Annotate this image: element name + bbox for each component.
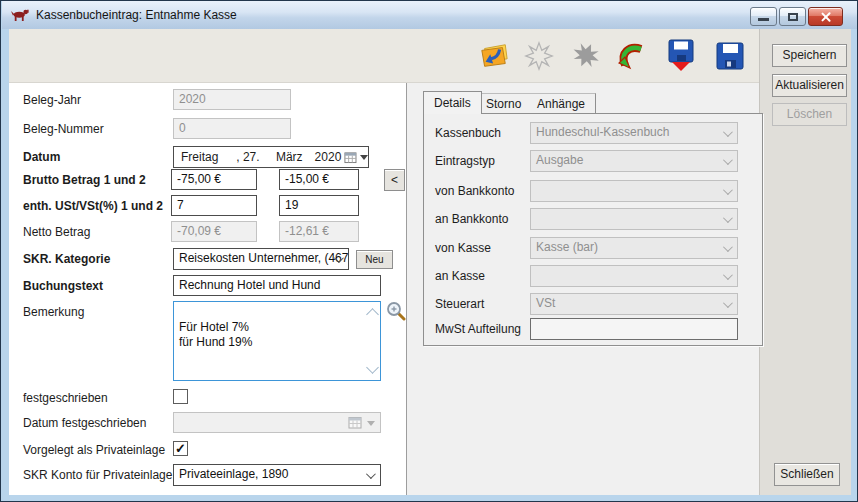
eintragstyp-label: Eintragstyp xyxy=(435,154,495,168)
datum-weekday[interactable]: Freitag xyxy=(181,150,236,164)
netto-label: Netto Betrag xyxy=(23,225,90,239)
skr-kategorie-combo[interactable]: Reisekosten Unternehmer, (4670 xyxy=(173,248,349,270)
steuerart-combo: VSt xyxy=(530,293,738,315)
delete-button: Löschen xyxy=(772,103,847,126)
close-button[interactable] xyxy=(808,7,843,26)
netto-2-field: -12,61 € xyxy=(279,221,359,242)
titlebar[interactable]: Kassenbucheintrag: Entnahme Kasse xyxy=(2,1,857,29)
tab-details[interactable]: Details xyxy=(423,91,482,114)
buchungstext-field[interactable]: Rechnung Hotel und Hund xyxy=(173,275,381,296)
calendar-icon[interactable] xyxy=(344,151,357,164)
discard-entry-button xyxy=(568,39,602,73)
beleg-jahr-field: 2020 xyxy=(173,89,291,110)
an-bankkonto-label: an Bankkonto xyxy=(435,212,508,226)
netto-1-field: -70,09 € xyxy=(171,221,257,242)
bemerkung-textarea[interactable]: Für Hotel 7% für Hund 19% xyxy=(173,301,381,381)
details-panel: Details Storno Anhänge Kassenbuch Hundes… xyxy=(407,83,759,495)
scroll-down-icon[interactable] xyxy=(366,361,379,374)
skr-konto-combo[interactable]: Privateeinlage, 1890 xyxy=(173,464,381,486)
save-icon xyxy=(714,40,746,72)
festgeschrieben-checkbox[interactable] xyxy=(173,389,188,404)
an-kasse-combo xyxy=(530,265,738,287)
save-export-icon xyxy=(666,39,696,73)
brutto-1-field[interactable]: -75,00 € xyxy=(171,169,257,190)
bemerkung-text: Für Hotel 7% für Hund 19% xyxy=(179,320,252,349)
ust-label: enth. USt/VSt(%) 1 und 2 xyxy=(23,199,163,213)
von-kasse-value: Kasse (bar) xyxy=(536,240,598,254)
calendar-dropdown-arrow-disabled xyxy=(367,421,375,426)
kassenbuch-value: Hundeschul-Kassenbuch xyxy=(536,125,669,139)
datum-picker[interactable]: Freitag , 27. März 2020 xyxy=(173,146,369,168)
transfer-amount-button[interactable]: < xyxy=(384,169,405,191)
datum-festgeschrieben-label: Datum festgeschrieben xyxy=(23,416,146,430)
refresh-button[interactable]: Aktualisieren xyxy=(772,74,847,97)
close-dialog-button[interactable]: Schließen xyxy=(774,463,840,486)
chevron-down-icon[interactable] xyxy=(366,469,376,479)
festgeschrieben-label: festgeschrieben xyxy=(23,391,108,405)
toolbar xyxy=(9,29,759,83)
tab-anhaenge[interactable]: Anhänge xyxy=(527,93,596,113)
undo-icon xyxy=(616,40,650,72)
discard-entry-star-icon xyxy=(568,41,602,71)
kassenbuch-label: Kassenbuch xyxy=(435,126,501,140)
von-kasse-label: von Kasse xyxy=(435,241,491,255)
bemerkung-label: Bemerkung xyxy=(23,305,84,319)
details-tab-control: Details Storno Anhänge Kassenbuch Hundes… xyxy=(423,91,763,346)
steuerart-value: VSt xyxy=(536,296,555,310)
von-kasse-combo: Kasse (bar) xyxy=(530,237,738,259)
datum-label: Datum xyxy=(23,150,60,164)
skr-kategorie-value: Reisekosten Unternehmer, (4670 xyxy=(179,251,349,265)
tab-storno[interactable]: Storno xyxy=(476,93,532,113)
new-entry-button xyxy=(522,39,556,73)
entry-form-panel: Beleg-Jahr 2020 Beleg-Nummer 0 Datum Fre… xyxy=(9,83,407,495)
calendar-icon-disabled xyxy=(348,416,362,429)
beleg-jahr-label: Beleg-Jahr xyxy=(23,93,81,107)
close-icon xyxy=(820,11,832,23)
skr-kategorie-label: SKR. Kategorie xyxy=(23,252,110,266)
eintragstyp-combo: Ausgabe xyxy=(530,150,738,172)
maximize-icon xyxy=(788,13,798,21)
chevron-down-icon xyxy=(723,155,733,165)
ust-1-field[interactable]: 7 xyxy=(171,195,257,216)
datum-festgeschrieben-field xyxy=(173,412,381,433)
check-mark-icon: ✓ xyxy=(175,441,186,456)
an-kasse-label: an Kasse xyxy=(435,269,485,283)
chevron-down-icon xyxy=(723,242,733,252)
vorgelegt-checkbox[interactable]: ✓ xyxy=(173,441,188,456)
brutto-label: Brutto Betrag 1 und 2 xyxy=(23,173,146,187)
von-bankkonto-label: von Bankkonto xyxy=(435,184,514,198)
zoom-text-icon[interactable] xyxy=(386,301,406,321)
chevron-down-icon xyxy=(723,270,733,280)
dialog-window: Kassenbucheintrag: Entnahme Kasse xyxy=(0,0,858,502)
an-bankkonto-combo xyxy=(530,208,738,230)
maximize-button[interactable] xyxy=(779,7,806,26)
datum-year[interactable]: 2020 xyxy=(315,150,344,164)
open-import-button[interactable] xyxy=(477,39,511,73)
undo-button[interactable] xyxy=(616,39,650,73)
minimize-button[interactable] xyxy=(750,7,777,26)
chevron-down-icon xyxy=(723,185,733,195)
chevron-down-icon xyxy=(723,213,733,223)
datum-month[interactable]: März xyxy=(276,150,315,164)
save-button[interactable]: Speichern xyxy=(772,44,847,67)
skr-konto-value: Privateeinlage, 1890 xyxy=(179,467,288,481)
datum-day[interactable]: , 27. xyxy=(236,150,276,164)
app-logo-dog-icon xyxy=(11,8,29,22)
scroll-up-icon[interactable] xyxy=(366,308,379,321)
new-category-button[interactable]: Neu xyxy=(356,250,393,269)
chevron-down-icon xyxy=(723,298,733,308)
window-title: Kassenbucheintrag: Entnahme Kasse xyxy=(36,8,237,22)
client-area: Speichern Aktualisieren Löschen Schließe… xyxy=(9,29,851,495)
ust-2-field[interactable]: 19 xyxy=(279,195,359,216)
brutto-2-field[interactable]: -15,00 € xyxy=(279,169,359,190)
eintragstyp-value: Ausgabe xyxy=(536,153,583,167)
save-export-button[interactable] xyxy=(664,39,698,73)
chevron-down-icon xyxy=(723,127,733,137)
kassenbuch-combo: Hundeschul-Kassenbuch xyxy=(530,122,738,144)
mwst-aufteilung-field[interactable] xyxy=(530,318,738,340)
calendar-dropdown-arrow[interactable] xyxy=(360,155,368,160)
window-controls xyxy=(750,7,843,26)
new-entry-star-icon xyxy=(524,41,554,71)
skr-konto-label: SKR Konto für Privateinlage xyxy=(23,468,172,482)
save-button-toolbar[interactable] xyxy=(713,39,747,73)
